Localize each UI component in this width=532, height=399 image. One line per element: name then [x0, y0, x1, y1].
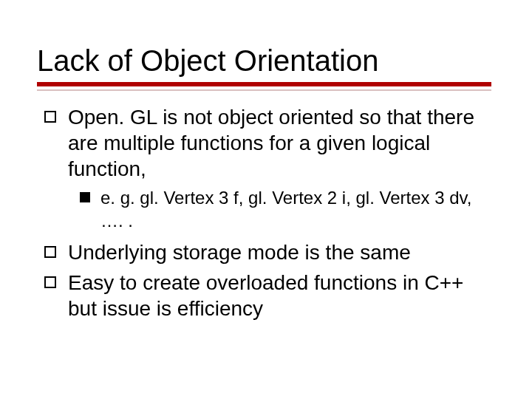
- bullet-text: Easy to create overloaded functions in C…: [68, 270, 495, 321]
- open-square-bullet-icon: [44, 276, 56, 288]
- slide: Lack of Object Orientation Open. GL is n…: [0, 0, 532, 399]
- open-square-bullet-icon: [44, 246, 56, 258]
- title-rule: [37, 82, 491, 86]
- open-square-bullet-icon: [44, 111, 56, 123]
- title-rule-shadow: [37, 89, 491, 91]
- bullet-item: e. g. gl. Vertex 3 f, gl. Vertex 2 i, gl…: [80, 186, 495, 232]
- bullet-text: Open. GL is not object oriented so that …: [68, 104, 495, 182]
- bullet-item: Open. GL is not object oriented so that …: [44, 104, 495, 182]
- slide-title: Lack of Object Orientation: [37, 44, 495, 78]
- bullet-item: Underlying storage mode is the same: [44, 239, 495, 265]
- bullet-text: Underlying storage mode is the same: [68, 239, 495, 265]
- bullet-text: e. g. gl. Vertex 3 f, gl. Vertex 2 i, gl…: [100, 186, 495, 232]
- solid-square-bullet-icon: [80, 192, 90, 202]
- bullet-item: Easy to create overloaded functions in C…: [44, 270, 495, 321]
